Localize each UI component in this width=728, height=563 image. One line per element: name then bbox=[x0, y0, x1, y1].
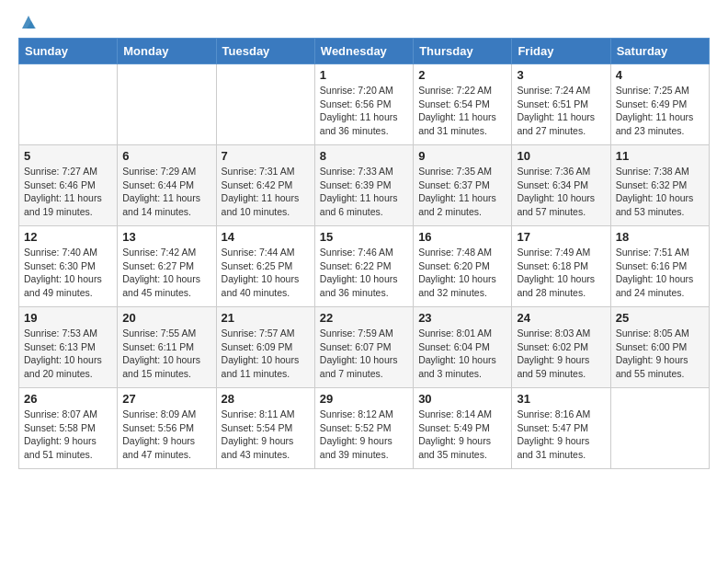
day-info: Sunrise: 7:35 AMSunset: 6:37 PMDaylight:… bbox=[418, 165, 506, 219]
day-info: Sunrise: 7:48 AMSunset: 6:20 PMDaylight:… bbox=[418, 246, 506, 300]
day-info: Sunrise: 8:07 AMSunset: 5:58 PMDaylight:… bbox=[24, 408, 112, 462]
weekday-header-row: SundayMondayTuesdayWednesdayThursdayFrid… bbox=[19, 39, 710, 64]
calendar-week-row: 5Sunrise: 7:27 AMSunset: 6:46 PMDaylight… bbox=[19, 145, 710, 226]
day-number: 2 bbox=[418, 68, 506, 82]
calendar-day-2: 2Sunrise: 7:22 AMSunset: 6:54 PMDaylight… bbox=[414, 64, 512, 145]
day-info: Sunrise: 7:31 AMSunset: 6:42 PMDaylight:… bbox=[222, 165, 310, 219]
day-info: Sunrise: 8:01 AMSunset: 6:04 PMDaylight:… bbox=[418, 327, 506, 381]
day-info: Sunrise: 8:03 AMSunset: 6:02 PMDaylight:… bbox=[517, 327, 605, 381]
calendar-empty-cell bbox=[610, 388, 709, 469]
calendar-day-24: 24Sunrise: 8:03 AMSunset: 6:02 PMDayligh… bbox=[512, 307, 610, 388]
day-number: 21 bbox=[222, 311, 310, 325]
calendar-week-row: 26Sunrise: 8:07 AMSunset: 5:58 PMDayligh… bbox=[19, 388, 710, 469]
day-info: Sunrise: 7:59 AMSunset: 6:07 PMDaylight:… bbox=[320, 327, 408, 381]
day-info: Sunrise: 8:05 AMSunset: 6:00 PMDaylight:… bbox=[616, 327, 704, 381]
day-number: 28 bbox=[222, 392, 310, 406]
calendar-day-22: 22Sunrise: 7:59 AMSunset: 6:07 PMDayligh… bbox=[314, 307, 413, 388]
day-info: Sunrise: 7:42 AMSunset: 6:27 PMDaylight:… bbox=[122, 246, 210, 300]
day-number: 29 bbox=[320, 392, 408, 406]
calendar-day-27: 27Sunrise: 8:09 AMSunset: 5:56 PMDayligh… bbox=[118, 388, 216, 469]
day-info: Sunrise: 7:40 AMSunset: 6:30 PMDaylight:… bbox=[24, 246, 112, 300]
calendar-day-8: 8Sunrise: 7:33 AMSunset: 6:39 PMDaylight… bbox=[314, 145, 413, 226]
day-info: Sunrise: 7:20 AMSunset: 6:56 PMDaylight:… bbox=[320, 84, 408, 138]
day-number: 18 bbox=[616, 230, 704, 244]
calendar-day-18: 18Sunrise: 7:51 AMSunset: 6:16 PMDayligh… bbox=[610, 226, 709, 307]
weekday-header-tuesday: Tuesday bbox=[216, 39, 314, 64]
day-number: 1 bbox=[320, 68, 408, 82]
calendar-day-12: 12Sunrise: 7:40 AMSunset: 6:30 PMDayligh… bbox=[19, 226, 118, 307]
calendar-week-row: 1Sunrise: 7:20 AMSunset: 6:56 PMDaylight… bbox=[19, 64, 710, 145]
calendar-day-21: 21Sunrise: 7:57 AMSunset: 6:09 PMDayligh… bbox=[216, 307, 314, 388]
logo bbox=[18, 14, 37, 29]
day-info: Sunrise: 7:33 AMSunset: 6:39 PMDaylight:… bbox=[320, 165, 408, 219]
day-info: Sunrise: 7:49 AMSunset: 6:18 PMDaylight:… bbox=[517, 246, 605, 300]
day-number: 30 bbox=[418, 392, 506, 406]
day-number: 11 bbox=[616, 149, 704, 163]
calendar-day-16: 16Sunrise: 7:48 AMSunset: 6:20 PMDayligh… bbox=[414, 226, 512, 307]
calendar-day-31: 31Sunrise: 8:16 AMSunset: 5:47 PMDayligh… bbox=[512, 388, 610, 469]
calendar-empty-cell bbox=[216, 64, 314, 145]
day-number: 15 bbox=[320, 230, 408, 244]
header bbox=[18, 14, 710, 29]
weekday-header-saturday: Saturday bbox=[610, 39, 709, 64]
day-number: 14 bbox=[222, 230, 310, 244]
day-number: 26 bbox=[24, 392, 112, 406]
weekday-header-thursday: Thursday bbox=[414, 39, 512, 64]
calendar-day-14: 14Sunrise: 7:44 AMSunset: 6:25 PMDayligh… bbox=[216, 226, 314, 307]
day-number: 27 bbox=[122, 392, 210, 406]
calendar-day-7: 7Sunrise: 7:31 AMSunset: 6:42 PMDaylight… bbox=[216, 145, 314, 226]
calendar-day-26: 26Sunrise: 8:07 AMSunset: 5:58 PMDayligh… bbox=[19, 388, 118, 469]
calendar-day-3: 3Sunrise: 7:24 AMSunset: 6:51 PMDaylight… bbox=[512, 64, 610, 145]
calendar-empty-cell bbox=[118, 64, 216, 145]
calendar-day-15: 15Sunrise: 7:46 AMSunset: 6:22 PMDayligh… bbox=[314, 226, 413, 307]
day-info: Sunrise: 7:51 AMSunset: 6:16 PMDaylight:… bbox=[616, 246, 704, 300]
day-number: 16 bbox=[418, 230, 506, 244]
calendar-day-6: 6Sunrise: 7:29 AMSunset: 6:44 PMDaylight… bbox=[118, 145, 216, 226]
day-number: 8 bbox=[320, 149, 408, 163]
calendar-empty-cell bbox=[19, 64, 118, 145]
calendar-day-4: 4Sunrise: 7:25 AMSunset: 6:49 PMDaylight… bbox=[610, 64, 709, 145]
day-number: 6 bbox=[122, 149, 210, 163]
day-number: 31 bbox=[517, 392, 605, 406]
calendar-day-30: 30Sunrise: 8:14 AMSunset: 5:49 PMDayligh… bbox=[414, 388, 512, 469]
day-info: Sunrise: 7:24 AMSunset: 6:51 PMDaylight:… bbox=[517, 84, 605, 138]
day-info: Sunrise: 8:14 AMSunset: 5:49 PMDaylight:… bbox=[418, 408, 506, 462]
calendar-day-17: 17Sunrise: 7:49 AMSunset: 6:18 PMDayligh… bbox=[512, 226, 610, 307]
calendar-day-5: 5Sunrise: 7:27 AMSunset: 6:46 PMDaylight… bbox=[19, 145, 118, 226]
day-info: Sunrise: 7:46 AMSunset: 6:22 PMDaylight:… bbox=[320, 246, 408, 300]
weekday-header-wednesday: Wednesday bbox=[314, 39, 413, 64]
weekday-header-friday: Friday bbox=[512, 39, 610, 64]
day-info: Sunrise: 7:55 AMSunset: 6:11 PMDaylight:… bbox=[122, 327, 210, 381]
day-number: 20 bbox=[122, 311, 210, 325]
day-number: 17 bbox=[517, 230, 605, 244]
weekday-header-monday: Monday bbox=[118, 39, 216, 64]
calendar-week-row: 19Sunrise: 7:53 AMSunset: 6:13 PMDayligh… bbox=[19, 307, 710, 388]
day-info: Sunrise: 7:27 AMSunset: 6:46 PMDaylight:… bbox=[24, 165, 112, 219]
calendar-day-28: 28Sunrise: 8:11 AMSunset: 5:54 PMDayligh… bbox=[216, 388, 314, 469]
calendar-table: SundayMondayTuesdayWednesdayThursdayFrid… bbox=[18, 38, 710, 469]
day-info: Sunrise: 7:36 AMSunset: 6:34 PMDaylight:… bbox=[517, 165, 605, 219]
day-number: 23 bbox=[418, 311, 506, 325]
calendar-day-10: 10Sunrise: 7:36 AMSunset: 6:34 PMDayligh… bbox=[512, 145, 610, 226]
calendar-day-1: 1Sunrise: 7:20 AMSunset: 6:56 PMDaylight… bbox=[314, 64, 413, 145]
day-number: 5 bbox=[24, 149, 112, 163]
calendar-week-row: 12Sunrise: 7:40 AMSunset: 6:30 PMDayligh… bbox=[19, 226, 710, 307]
calendar-day-23: 23Sunrise: 8:01 AMSunset: 6:04 PMDayligh… bbox=[414, 307, 512, 388]
day-info: Sunrise: 7:44 AMSunset: 6:25 PMDaylight:… bbox=[222, 246, 310, 300]
day-number: 24 bbox=[517, 311, 605, 325]
day-number: 19 bbox=[24, 311, 112, 325]
day-number: 22 bbox=[320, 311, 408, 325]
day-number: 25 bbox=[616, 311, 704, 325]
calendar-day-20: 20Sunrise: 7:55 AMSunset: 6:11 PMDayligh… bbox=[118, 307, 216, 388]
page: SundayMondayTuesdayWednesdayThursdayFrid… bbox=[0, 0, 728, 563]
day-number: 12 bbox=[24, 230, 112, 244]
logo-icon bbox=[20, 14, 37, 30]
weekday-header-sunday: Sunday bbox=[19, 39, 118, 64]
day-info: Sunrise: 8:11 AMSunset: 5:54 PMDaylight:… bbox=[222, 408, 310, 462]
day-number: 7 bbox=[222, 149, 310, 163]
calendar-day-11: 11Sunrise: 7:38 AMSunset: 6:32 PMDayligh… bbox=[610, 145, 709, 226]
day-info: Sunrise: 7:25 AMSunset: 6:49 PMDaylight:… bbox=[616, 84, 704, 138]
day-info: Sunrise: 7:29 AMSunset: 6:44 PMDaylight:… bbox=[122, 165, 210, 219]
calendar-day-29: 29Sunrise: 8:12 AMSunset: 5:52 PMDayligh… bbox=[314, 388, 413, 469]
day-info: Sunrise: 7:22 AMSunset: 6:54 PMDaylight:… bbox=[418, 84, 506, 138]
